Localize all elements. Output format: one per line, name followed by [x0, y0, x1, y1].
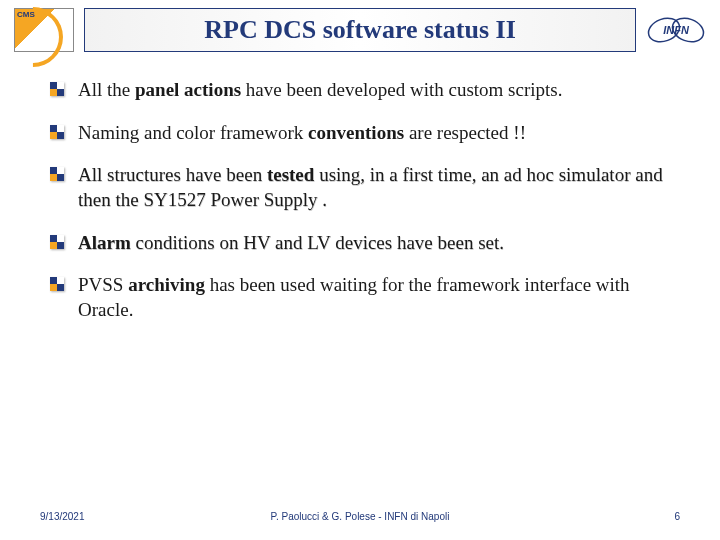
bullet-item: PVSS archiving has been used waiting for…	[50, 273, 670, 322]
slide-header: RPC DCS software status II INFN	[0, 0, 720, 60]
cms-logo	[14, 8, 74, 52]
bullet-icon	[50, 167, 64, 181]
bullet-icon	[50, 82, 64, 96]
bullet-icon	[50, 125, 64, 139]
bullet-icon	[50, 277, 64, 291]
slide-footer: 9/13/2021 P. Paolucci & G. Polese - INFN…	[0, 511, 720, 522]
bullet-item: Alarm conditions on HV and LV devices ha…	[50, 231, 670, 256]
bullet-item: Naming and color framework conventions a…	[50, 121, 670, 146]
slide-content: All the panel actions have been develope…	[0, 60, 720, 323]
bullet-text: Naming and color framework conventions a…	[78, 121, 526, 146]
infn-logo: INFN	[646, 13, 706, 47]
bullet-item: All structures have been tested using, i…	[50, 163, 670, 212]
bullet-text: Alarm conditions on HV and LV devices ha…	[78, 231, 504, 256]
bullet-text: All the panel actions have been develope…	[78, 78, 562, 103]
footer-date: 9/13/2021	[40, 511, 85, 522]
svg-text:INFN: INFN	[663, 24, 690, 36]
bullet-icon	[50, 235, 64, 249]
bullet-text: PVSS archiving has been used waiting for…	[78, 273, 670, 322]
slide-title: RPC DCS software status II	[84, 8, 636, 52]
bullet-item: All the panel actions have been develope…	[50, 78, 670, 103]
bullet-text: All structures have been tested using, i…	[78, 163, 670, 212]
footer-page: 6	[674, 511, 680, 522]
footer-center: P. Paolucci & G. Polese - INFN di Napoli	[271, 511, 450, 522]
